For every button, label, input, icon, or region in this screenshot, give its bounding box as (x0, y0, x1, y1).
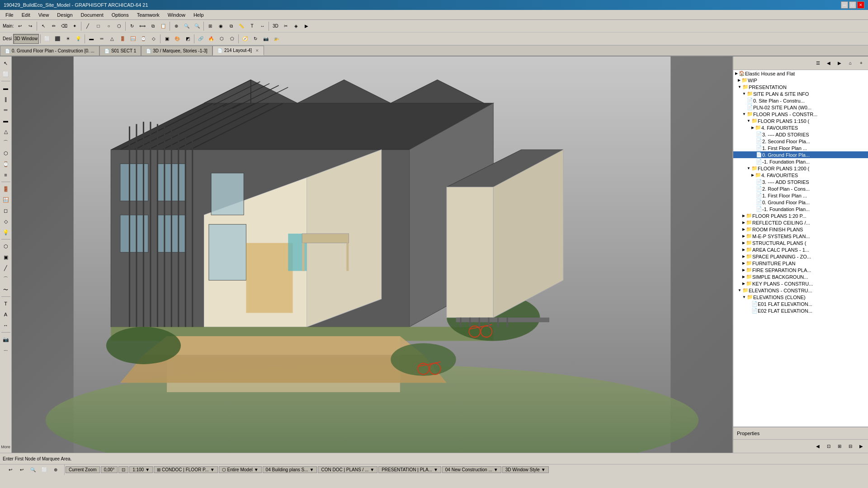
tree-fp200-roof[interactable]: 📄 2. Roof Plan - Cons... (733, 185, 868, 192)
lt-arc[interactable]: ⌒ (1, 274, 11, 284)
lt-marquee[interactable]: ⬜ (1, 69, 11, 79)
tb-3d[interactable]: 3D (270, 21, 280, 31)
tb-eraser[interactable]: ⌫ (59, 21, 69, 31)
tree-simple-bg[interactable]: ▶ 📁 SIMPLE BACKGROUN... (733, 273, 868, 280)
tb-paste[interactable]: 📋 (158, 21, 168, 31)
menu-design[interactable]: Design (53, 11, 76, 19)
tb-hotlink[interactable]: 🔥 (206, 34, 216, 44)
tree-fp150-fav[interactable]: ▶ 📁 4. FAVOURITES (733, 124, 868, 131)
maximize-button[interactable]: □ (849, 1, 856, 9)
bt-zoom-in-btn[interactable]: 🔍 (28, 465, 38, 475)
tree-elevations[interactable]: ▼ 📁 ELEVATIONS - CONSTRU... (733, 287, 868, 294)
tree-furniture[interactable]: ▶ 📁 FURNITURE PLAN (733, 260, 868, 267)
tb-mirror[interactable]: ⟺ (137, 21, 147, 31)
tab-close-button[interactable]: ✕ (255, 48, 259, 53)
bt-zoom-label[interactable]: Current Zoom (66, 466, 100, 473)
tb-window-tool[interactable]: 🪟 (128, 34, 138, 44)
tree-fp150-ground[interactable]: 📄 0. Ground Floor Pla... (733, 151, 868, 158)
tree-fp150-add[interactable]: 📄 3. ---- ADD STORIES (733, 131, 868, 138)
lt-roof[interactable]: △ (1, 127, 11, 136)
lt-skylight[interactable]: ◻ (1, 206, 11, 216)
lt-text[interactable]: T (1, 299, 11, 309)
tb-undo[interactable]: ↩ (15, 21, 25, 31)
bt-presentation[interactable]: PRESENTATION | PLA... ▼ (378, 466, 441, 473)
tree-wip[interactable]: ▶ 📁 WIP (733, 77, 868, 84)
lt-camera[interactable]: 📷 (1, 334, 11, 344)
tb-floor-view[interactable]: ⬜ (42, 34, 52, 44)
rp-add[interactable]: + (856, 58, 866, 68)
bt-construction[interactable]: 04 New Construction ... ▼ (442, 466, 501, 473)
bt-zoom-window[interactable]: ⬜ (39, 465, 49, 475)
menu-window[interactable]: Window (164, 11, 189, 19)
tree-fp200-found[interactable]: 📄 -1. Foundation Plan... (733, 206, 868, 212)
tb-dim[interactable]: ↔ (257, 21, 267, 31)
tb-zoom-in[interactable]: 🔍 (182, 21, 192, 31)
bt-rotation[interactable]: 0,00° (101, 466, 118, 473)
tb-camera[interactable]: 📷 (261, 34, 271, 44)
tree-key-plans[interactable]: ▶ 📁 KEY PLANS - CONSTRU... (733, 280, 868, 287)
bt-model-scope[interactable]: ⬡ Entire Model ▼ (219, 466, 262, 473)
tree-mep[interactable]: ▶ 📁 M-E-P SYSTEMS PLAN... (733, 233, 868, 239)
tb-measure[interactable]: 📏 (236, 21, 246, 31)
lt-label[interactable]: A (1, 310, 11, 319)
menu-view[interactable]: View (35, 11, 53, 19)
tb-slab[interactable]: ═ (97, 34, 107, 44)
properties-tab[interactable]: Properties (733, 427, 868, 439)
tree-site-plan[interactable]: ▼ 📁 SITE PLAN & SITE INFO (733, 90, 868, 97)
tb-stair[interactable]: ⌚ (138, 34, 148, 44)
menu-edit[interactable]: Edit (18, 11, 34, 19)
tab-3d[interactable]: 📄 3D / Marquee, Stories -1-3] (141, 46, 212, 56)
rp-bottom-btn5[interactable]: ▶ (856, 441, 866, 451)
close-button[interactable]: ✕ (857, 1, 864, 9)
tree-presentation[interactable]: ▼ 📁 PRESENTATION (733, 84, 868, 90)
menu-document[interactable]: Document (77, 11, 107, 19)
tree-fp200-add[interactable]: 📄 3. ---- ADD STORIES (733, 178, 868, 185)
tab-ground-floor[interactable]: 📄 0. Ground Floor Plan - Construction [0… (0, 46, 99, 56)
tb-surface[interactable]: ◩ (183, 34, 193, 44)
tree-fp-200[interactable]: ▼ 📁 FLOOR PLANS 1:200 ( (733, 165, 868, 172)
tb-morph[interactable]: ⬠ (227, 34, 237, 44)
tb-pen[interactable]: ✏ (49, 21, 59, 31)
tree-fp150-second[interactable]: 📄 2. Second Floor Pla... (733, 138, 868, 145)
tb-wall[interactable]: ▬ (86, 34, 96, 44)
tb-3dwindow[interactable]: 3D Window (13, 34, 39, 44)
bt-layer-set[interactable]: ⊞ CONDOC | FLOOR P... ▼ (154, 466, 217, 473)
lt-select[interactable]: ↖ (1, 58, 11, 68)
lt-morph[interactable]: ⬡ (1, 148, 11, 158)
tb-orbit[interactable]: ↻ (250, 34, 260, 44)
tb-fly[interactable]: 🚁 (271, 34, 281, 44)
tb-section[interactable]: ✂ (281, 21, 291, 31)
tree-e01-flat[interactable]: 📄 E01 FLAT ELEVATION... (733, 300, 868, 307)
tb-publish[interactable]: ▶ (302, 21, 311, 31)
tree-fp-20[interactable]: ▶ 📁 FLOOR PLANS 1:20 P... (733, 212, 868, 219)
lt-beam[interactable]: ═ (1, 105, 11, 115)
tree-e02-flat[interactable]: 📄 E02 FLAT ELEVATION... (733, 307, 868, 314)
rp-view-toggle[interactable]: ☰ (813, 58, 823, 68)
tab-sect1[interactable]: 📄 S01 SECT 1 (99, 46, 141, 56)
lt-fill[interactable]: ▣ (1, 252, 11, 262)
tb-snap[interactable]: ◉ (216, 21, 226, 31)
lt-dim[interactable]: ↔ (1, 320, 11, 330)
lt-zone[interactable]: ⬡ (1, 241, 11, 251)
lt-column[interactable]: ‖ (1, 94, 11, 104)
tb-light[interactable]: 💡 (73, 34, 83, 44)
tb-sun[interactable]: ☀ (63, 34, 73, 44)
tb-door[interactable]: 🚪 (118, 34, 127, 44)
lt-slab[interactable]: ▬ (1, 116, 11, 126)
tree-fp200-ground[interactable]: 📄 0. Ground Floor Pla... (733, 199, 868, 206)
tree-fp150-found[interactable]: 📄 -1. Foundation Plan... (733, 158, 868, 165)
tree-fp150-first[interactable]: 📄 1. First Floor Plan ... (733, 145, 868, 151)
tb-text[interactable]: T (247, 21, 257, 31)
tree-root[interactable]: ▶ 🏠 Elastic House and Flat (733, 70, 868, 77)
lt-polyline[interactable]: ╱ (1, 263, 11, 273)
tb-copy[interactable]: ⧉ (148, 21, 158, 31)
tb-zoom-fit[interactable]: ⊕ (171, 21, 181, 31)
tree-fp200-first[interactable]: 📄 1. First Floor Plan ... (733, 192, 868, 199)
tree-elevations-clone[interactable]: ▼ 📁 ELEVATIONS (CLONE) (733, 294, 868, 300)
tree-site-plan-0[interactable]: 📄 0. Site Plan - Constru... (733, 97, 868, 104)
bt-zoom-fwd[interactable]: ↩ (17, 465, 27, 475)
lt-shell[interactable]: ⌒ (1, 137, 11, 147)
rp-bottom-btn4[interactable]: ⊟ (845, 441, 855, 451)
tb-circle[interactable]: ○ (104, 21, 113, 31)
canvas-area[interactable] (12, 56, 732, 453)
